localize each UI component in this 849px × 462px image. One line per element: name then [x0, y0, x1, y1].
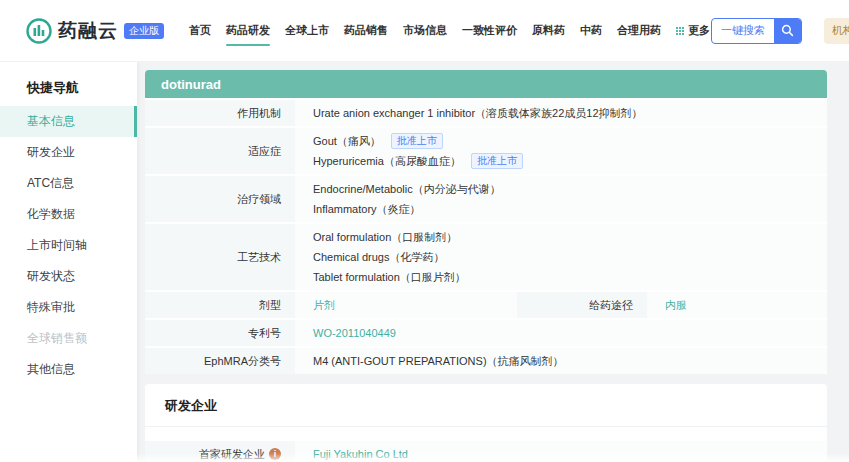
field-value: Gout（痛风）批准上市Hyperuricemia（高尿酸血症）批准上市	[295, 128, 827, 174]
company-field-label: 首家研发企业i	[145, 441, 295, 462]
sidebar-item-5[interactable]: 研发状态	[0, 261, 137, 292]
info-row: 专利号WO-2011040449	[145, 320, 827, 346]
field-value: 片剂	[295, 292, 517, 318]
nav-item-1[interactable]: 药品研发	[225, 15, 271, 46]
sidebar-item-3[interactable]: 化学数据	[0, 199, 137, 230]
approval-status-tag[interactable]: 批准上市	[471, 153, 523, 169]
quick-search-button[interactable]: 一键搜索	[711, 18, 802, 44]
field-value-link[interactable]: 内服	[665, 295, 687, 315]
field-value-line: Hyperuricemia（高尿酸血症）批准上市	[313, 151, 827, 171]
field-value-line: 片剂	[313, 295, 517, 315]
company-line: Fuji Yakuhin Co Ltd	[313, 444, 827, 462]
field-value: WO-2011040449	[295, 320, 827, 346]
nav-item-9[interactable]: 更多	[675, 15, 711, 46]
enterprise-badge: 企业版	[124, 23, 164, 39]
nav-item-5[interactable]: 一致性评价	[461, 15, 518, 46]
info-row: 剂型片剂给药途径内服	[145, 292, 827, 318]
sidebar-item-7: 全球销售额	[0, 323, 137, 354]
basic-info-rows: 作用机制Urate anion exchanger 1 inhibitor（溶质…	[145, 100, 827, 374]
nav-item-0[interactable]: 首页	[188, 15, 212, 46]
info-row: 工艺技术Oral formulation（口服制剂）Chemical drugs…	[145, 224, 827, 290]
approval-status-tag[interactable]: 批准上市	[391, 133, 443, 149]
nav-item-label: 药品研发	[226, 23, 270, 38]
nav-item-3[interactable]: 药品销售	[343, 15, 389, 46]
sidebar-item-4[interactable]: 上市时间轴	[0, 230, 137, 261]
field-value-link[interactable]: 片剂	[313, 295, 335, 315]
nav-item-2[interactable]: 全球上市	[284, 15, 330, 46]
field-value: Endocrine/Metabolic（内分泌与代谢）Inflammatory（…	[295, 176, 827, 222]
field-label: 给药途径	[517, 292, 647, 318]
search-icon	[774, 18, 801, 44]
brand-logo[interactable]: 药融云 企业版	[26, 18, 164, 44]
field-label: EphMRA分类号	[145, 348, 295, 374]
field-value: 内服	[647, 292, 827, 318]
nav-item-label: 原料药	[532, 23, 565, 38]
field-value-text: Inflammatory（炎症）	[313, 199, 421, 219]
top-nav: 首页药品研发全球上市药品销售市场信息一致性评价原料药中药合理用药更多	[188, 15, 711, 46]
info-row: EphMRA分类号M4 (ANTI-GOUT PREPARATIONS)（抗痛风…	[145, 348, 827, 374]
main-content: dotinurad 作用机制Urate anion exchanger 1 in…	[145, 70, 827, 462]
field-value-text: M4 (ANTI-GOUT PREPARATIONS)（抗痛风制剂）	[313, 351, 564, 371]
field-value-link[interactable]: WO-2011040449	[313, 323, 396, 343]
nav-item-label: 一致性评价	[462, 23, 517, 38]
field-value-line: Urate anion exchanger 1 inhibitor（溶质载体家族…	[313, 103, 827, 123]
field-value-line: M4 (ANTI-GOUT PREPARATIONS)（抗痛风制剂）	[313, 351, 827, 371]
nav-item-8[interactable]: 合理用药	[616, 15, 662, 46]
nav-item-7[interactable]: 中药	[579, 15, 603, 46]
field-value-line: Inflammatory（炎症）	[313, 199, 827, 219]
quick-nav-sidebar: 快捷导航 基本信息研发企业ATC信息化学数据上市时间轴研发状态特殊审批全球销售额…	[0, 62, 137, 462]
field-value-line: Chemical drugs（化学药）	[313, 247, 827, 267]
field-value-text: Urate anion exchanger 1 inhibitor（溶质载体家族…	[313, 103, 643, 123]
nav-item-label: 合理用药	[617, 23, 661, 38]
field-label: 治疗领域	[145, 176, 295, 222]
field-value-text: Tablet formulation（口服片剂）	[313, 267, 466, 287]
top-navbar: 药融云 企业版 首页药品研发全球上市药品销售市场信息一致性评价原料药中药合理用药…	[0, 0, 849, 62]
rd-company-card: 研发企业 首家研发企业iFuji Yakuhin Co LtdEisai Co …	[145, 384, 827, 462]
field-value-line: Oral formulation（口服制剂）	[313, 227, 827, 247]
company-field-value: Fuji Yakuhin Co Ltd	[295, 441, 827, 462]
sidebar-item-8[interactable]: 其他信息	[0, 354, 137, 385]
company-link[interactable]: Fuji Yakuhin Co Ltd	[313, 444, 408, 462]
field-value-text: Hyperuricemia（高尿酸血症）	[313, 151, 461, 171]
quick-search-label: 一键搜索	[712, 23, 774, 38]
org-certification-button[interactable]: 机构认证	[824, 18, 849, 44]
field-value-line: 内服	[665, 295, 827, 315]
nav-item-label: 首页	[189, 23, 211, 38]
brand-name: 药融云	[58, 18, 118, 44]
nav-item-label: 药品销售	[344, 23, 388, 38]
field-value-text: Chemical drugs（化学药）	[313, 247, 444, 267]
sidebar-title: 快捷导航	[0, 62, 137, 106]
field-value-text: Endocrine/Metabolic（内分泌与代谢）	[313, 179, 501, 199]
rd-company-section-title: 研发企业	[145, 384, 827, 426]
field-value: Urate anion exchanger 1 inhibitor（溶质载体家族…	[295, 100, 827, 126]
logo-icon	[26, 18, 52, 44]
field-value: Oral formulation（口服制剂）Chemical drugs（化学药…	[295, 224, 827, 290]
sidebar-list: 基本信息研发企业ATC信息化学数据上市时间轴研发状态特殊审批全球销售额其他信息	[0, 106, 137, 385]
nav-item-4[interactable]: 市场信息	[402, 15, 448, 46]
field-label: 作用机制	[145, 100, 295, 126]
field-value-line: Endocrine/Metabolic（内分泌与代谢）	[313, 179, 827, 199]
sidebar-item-0[interactable]: 基本信息	[0, 106, 137, 137]
field-value: M4 (ANTI-GOUT PREPARATIONS)（抗痛风制剂）	[295, 348, 827, 374]
field-label: 适应症	[145, 128, 295, 174]
info-row: 适应症Gout（痛风）批准上市Hyperuricemia（高尿酸血症）批准上市	[145, 128, 827, 174]
nav-item-6[interactable]: 原料药	[531, 15, 566, 46]
basic-info-card: dotinurad 作用机制Urate anion exchanger 1 in…	[145, 70, 827, 374]
company-rows: 首家研发企业iFuji Yakuhin Co LtdEisai Co Ltd（卫…	[145, 427, 827, 462]
sidebar-item-2[interactable]: ATC信息	[0, 168, 137, 199]
field-value-line: Tablet formulation（口服片剂）	[313, 267, 827, 287]
field-label: 专利号	[145, 320, 295, 346]
nav-item-label: 市场信息	[403, 23, 447, 38]
sidebar-item-6[interactable]: 特殊审批	[0, 292, 137, 323]
grid-icon	[676, 27, 684, 35]
company-row: 首家研发企业iFuji Yakuhin Co Ltd	[145, 441, 827, 462]
org-certification-label: 机构认证	[824, 23, 849, 38]
info-row: 治疗领域Endocrine/Metabolic（内分泌与代谢）Inflammat…	[145, 176, 827, 222]
sidebar-item-1[interactable]: 研发企业	[0, 137, 137, 168]
field-label: 剂型	[145, 292, 295, 318]
nav-item-label: 全球上市	[285, 23, 329, 38]
field-value-line: Gout（痛风）批准上市	[313, 131, 827, 151]
info-icon[interactable]: i	[269, 448, 281, 460]
field-value-line: WO-2011040449	[313, 323, 827, 343]
field-label: 工艺技术	[145, 224, 295, 290]
